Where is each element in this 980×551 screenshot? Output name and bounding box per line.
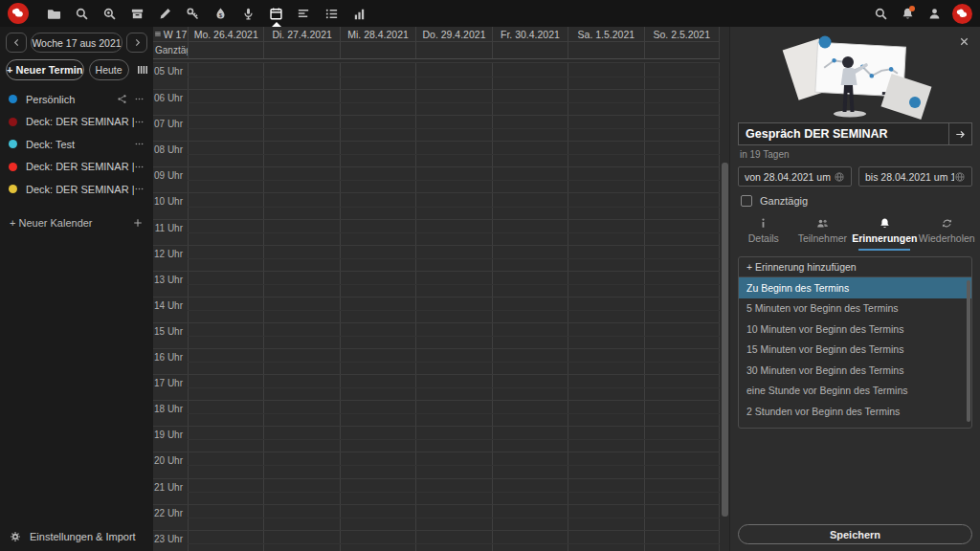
reminder-option[interactable]: Zu Beginn des Termins <box>739 277 971 298</box>
calendar-slot[interactable] <box>415 193 491 218</box>
calendar-slot[interactable] <box>492 298 568 322</box>
tab-details[interactable]: Details <box>734 214 793 251</box>
day-header[interactable]: Mi. 28.4.2021 <box>340 27 415 41</box>
new-calendar-row[interactable]: + Neuer Kalender <box>0 212 153 233</box>
calendar-slot[interactable] <box>340 323 415 348</box>
calendar-slot[interactable] <box>415 401 491 426</box>
calendar-slot[interactable] <box>340 349 415 374</box>
calendar-slot[interactable] <box>492 375 568 400</box>
calendar-slot[interactable] <box>415 272 491 297</box>
calendar-slot[interactable] <box>263 427 339 452</box>
calendar-slot[interactable] <box>568 427 643 452</box>
calendar-slot[interactable] <box>644 479 720 504</box>
allday-checkbox-row[interactable]: Ganztägig <box>741 195 969 207</box>
pencil-icon[interactable] <box>151 0 179 27</box>
timezone-globe-icon[interactable] <box>834 171 845 183</box>
more-options-icon[interactable] <box>134 184 145 194</box>
calendar-slot[interactable] <box>188 452 263 477</box>
contacts-icon[interactable] <box>921 0 947 27</box>
calendar-list-item[interactable]: Deck: DER SEMINAR | Stunden <box>0 111 153 134</box>
notifications-icon[interactable] <box>894 0 921 27</box>
calendar-slot[interactable] <box>188 63 263 89</box>
calendar-slot[interactable] <box>340 167 415 192</box>
calendar-slot[interactable] <box>568 505 643 530</box>
calendar-slot[interactable] <box>415 142 491 166</box>
calendar-slot[interactable] <box>568 220 643 245</box>
calendar-slot[interactable] <box>644 63 720 89</box>
calendar-slot[interactable] <box>340 375 415 400</box>
calendar-slot[interactable] <box>263 298 339 322</box>
calendar-icon[interactable] <box>262 0 290 27</box>
calendar-slot[interactable] <box>568 90 643 115</box>
calendar-slot[interactable] <box>188 167 263 192</box>
calendar-slot[interactable] <box>340 505 415 530</box>
reminder-option[interactable]: 1 Tag vor Beginn des Termins <box>739 422 971 430</box>
calendar-slot[interactable] <box>415 375 491 400</box>
more-options-icon[interactable] <box>134 94 145 104</box>
calendar-slot[interactable] <box>492 246 568 271</box>
calendar-slot[interactable] <box>644 323 720 348</box>
allday-slot[interactable] <box>415 42 491 58</box>
search-icon[interactable] <box>867 0 894 27</box>
calendar-slot[interactable] <box>492 531 568 551</box>
settings-import[interactable]: Einstellungen & Import <box>0 522 153 551</box>
calendar-slot[interactable] <box>415 167 491 192</box>
allday-slot[interactable] <box>644 42 720 58</box>
calendar-slot[interactable] <box>568 349 643 374</box>
reminder-option[interactable]: 10 Minuten vor Beginn des Termins <box>739 319 971 340</box>
previous-week-button[interactable] <box>6 33 27 53</box>
calendar-slot[interactable] <box>492 323 568 348</box>
calendar-slot[interactable] <box>188 220 263 245</box>
day-header[interactable]: Sa. 1.5.2021 <box>568 27 643 41</box>
calendar-slot[interactable] <box>415 505 491 530</box>
calendar-slot[interactable] <box>644 193 720 218</box>
calendar-slot[interactable] <box>568 531 643 551</box>
calendar-slot[interactable] <box>415 246 491 271</box>
day-header[interactable]: Di. 27.4.2021 <box>263 27 339 41</box>
reminder-option[interactable]: 15 Minuten vor Beginn des Termins <box>739 340 971 361</box>
calendar-slot[interactable] <box>340 427 415 452</box>
calendar-slot[interactable] <box>340 246 415 271</box>
calendar-slot[interactable] <box>644 401 720 426</box>
calendar-slot[interactable] <box>644 142 720 166</box>
bar-chart-icon[interactable] <box>345 0 373 27</box>
calendar-slot[interactable] <box>415 323 491 348</box>
key-icon[interactable] <box>179 0 207 27</box>
calendar-slot[interactable] <box>340 142 415 166</box>
magnifier-dot-icon[interactable] <box>96 0 123 27</box>
calendar-slot[interactable] <box>568 246 643 271</box>
calendar-slot[interactable] <box>644 427 720 452</box>
calendar-slot[interactable] <box>340 90 415 115</box>
calendar-slot[interactable] <box>415 349 491 374</box>
allday-slot[interactable] <box>263 42 339 58</box>
calendar-slot[interactable] <box>644 349 720 374</box>
calendar-slot[interactable] <box>188 90 263 115</box>
tab-teilnehmer[interactable]: Teilnehmer <box>793 214 853 251</box>
reminder-option[interactable]: 2 Stunden vor Beginn des Termins <box>739 401 971 422</box>
calendar-slot[interactable] <box>263 142 339 166</box>
calendar-slot[interactable] <box>263 452 339 477</box>
calendar-slot[interactable] <box>263 531 339 551</box>
tab-erinnerungen[interactable]: Erinnerungen <box>852 214 917 251</box>
app-logo[interactable] <box>8 3 29 24</box>
calendar-list-item[interactable]: Deck: DER SEMINAR | Dailys <box>0 178 153 201</box>
align-left-icon[interactable] <box>290 0 318 27</box>
calendar-slot[interactable] <box>568 323 643 348</box>
calendar-slot[interactable] <box>644 375 720 400</box>
calendar-slot[interactable] <box>568 375 643 400</box>
calendar-slot[interactable] <box>644 220 720 245</box>
calendar-slot[interactable] <box>263 505 339 530</box>
day-header[interactable]: Do. 29.4.2021 <box>415 27 491 41</box>
calendar-slot[interactable] <box>644 505 720 530</box>
calendar-slot[interactable] <box>568 193 643 218</box>
week-selector[interactable]: Woche 17 aus 2021 <box>31 33 122 53</box>
calendar-slot[interactable] <box>568 298 643 322</box>
calendar-slot[interactable] <box>492 167 568 192</box>
archive-icon[interactable] <box>123 0 151 27</box>
calendar-slot[interactable] <box>188 531 263 551</box>
allday-slot[interactable] <box>340 42 415 58</box>
calendar-slot[interactable] <box>263 246 339 271</box>
checklist-icon[interactable] <box>318 0 345 27</box>
calendar-slot[interactable] <box>188 427 263 452</box>
calendar-slot[interactable] <box>263 63 339 89</box>
